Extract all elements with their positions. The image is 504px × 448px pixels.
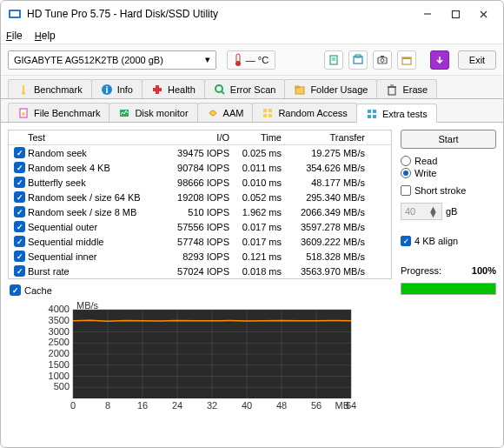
tab-erase[interactable]: Erase (376, 79, 437, 98)
info-icon: i (101, 84, 113, 96)
svg-rect-37 (269, 114, 272, 117)
tab-health[interactable]: Health (142, 79, 205, 98)
chevron-down-icon: ▾ (205, 54, 210, 65)
temperature-value: — °C (246, 55, 269, 65)
cache-label: Cache (24, 285, 52, 296)
extra-tests-icon (366, 108, 378, 120)
table-row[interactable]: Burst rate 57024 IOPS 0.018 ms 3563.970 … (9, 264, 391, 278)
tab-row-2: File BenchmarkDisk monitorAAMRandom Acce… (1, 99, 503, 123)
save-button[interactable] (430, 50, 449, 70)
svg-text:1000: 1000 (49, 371, 70, 381)
toolbar: GIGABYTE AG512K2TB (2000 gB) ▾ — °C Exit (1, 44, 503, 76)
svg-rect-1 (10, 11, 19, 17)
save-screenshot-button[interactable] (373, 50, 392, 70)
side-panel: Start Read Write Short stroke 40▲▼ gB 4 … (401, 130, 496, 440)
svg-point-14 (381, 58, 384, 62)
minimize-button[interactable] (421, 8, 434, 20)
start-button[interactable]: Start (401, 130, 496, 149)
svg-text:3500: 3500 (49, 315, 70, 325)
transfer-chart: 5001000150020002500300035004000081624324… (43, 301, 356, 414)
progress-value: 100% (472, 265, 496, 276)
svg-rect-15 (381, 56, 384, 57)
col-time: Time (233, 132, 285, 143)
tab-extra-tests[interactable]: Extra tests (356, 104, 437, 123)
svg-rect-3 (452, 10, 459, 17)
svg-text:2000: 2000 (49, 348, 70, 358)
tab-random-access[interactable]: Random Access (252, 103, 356, 122)
svg-point-7 (235, 61, 241, 66)
titlebar: HD Tune Pro 5.75 - Hard Disk/SSD Utility (1, 1, 503, 27)
table-row[interactable]: Sequential outer 57556 IOPS 0.017 ms 359… (9, 219, 391, 234)
options-button[interactable] (397, 50, 416, 70)
benchmark-icon (17, 84, 30, 96)
tab-aam[interactable]: AAM (197, 103, 254, 122)
short-stroke-checkbox[interactable] (401, 185, 411, 196)
tab-error-scan[interactable]: Error Scan (204, 79, 286, 98)
tab-info[interactable]: iInfo (91, 79, 143, 98)
table-row[interactable]: Random seek / size 64 KB 19208 IOPS 0.05… (9, 190, 391, 204)
table-row[interactable]: Random seek / size 8 MB 510 IOPS 1.962 m… (9, 204, 391, 219)
app-window: HD Tune Pro 5.75 - Hard Disk/SSD Utility… (0, 0, 504, 448)
svg-point-32 (22, 112, 25, 116)
health-icon (151, 84, 163, 96)
tab-folder-usage[interactable]: Folder Usage (284, 79, 377, 98)
svg-text:i: i (105, 84, 108, 95)
svg-text:2500: 2500 (49, 337, 70, 347)
svg-text:48: 48 (276, 400, 287, 411)
erase-icon (386, 84, 398, 96)
table-row[interactable]: Butterfly seek 98666 IOPS 0.010 ms 48.17… (9, 175, 391, 190)
cache-checkbox[interactable] (10, 284, 21, 296)
short-stroke-value[interactable]: 40▲▼ (401, 203, 442, 220)
menu-help[interactable]: Help (35, 30, 56, 42)
svg-rect-17 (402, 57, 411, 59)
content-area: Test I/O Time Transfer Random seek 39475… (1, 123, 503, 447)
read-radio[interactable] (401, 156, 411, 166)
file-benchmark-icon (17, 107, 30, 119)
svg-rect-38 (368, 110, 371, 113)
svg-text:24: 24 (172, 400, 182, 411)
write-radio[interactable] (401, 168, 411, 178)
svg-rect-35 (269, 109, 272, 112)
col-transfer: Transfer (285, 132, 368, 143)
chart-area: 5001000150020002500300035004000081624324… (8, 301, 392, 414)
svg-text:3000: 3000 (49, 326, 70, 337)
cache-checkbox-row: Cache (8, 284, 392, 296)
col-io: I/O (163, 132, 233, 143)
temperature-display: — °C (227, 50, 275, 70)
svg-text:16: 16 (137, 400, 148, 411)
svg-text:1500: 1500 (49, 359, 70, 370)
svg-text:0: 0 (70, 400, 76, 411)
drive-selected: GIGABYTE AG512K2TB (2000 gB) (14, 55, 163, 65)
exit-button[interactable]: Exit (458, 50, 496, 70)
svg-line-25 (222, 91, 224, 94)
svg-point-18 (22, 91, 25, 95)
align-checkbox[interactable] (401, 236, 411, 246)
svg-text:40: 40 (242, 400, 252, 411)
svg-text:32: 32 (207, 400, 217, 411)
table-header: Test I/O Time Transfer (9, 130, 391, 145)
svg-rect-23 (153, 88, 162, 91)
copy-info-button[interactable] (324, 50, 343, 70)
tab-benchmark[interactable]: Benchmark (8, 79, 92, 98)
error-scan-icon (214, 84, 226, 96)
copy-screenshot-button[interactable] (348, 50, 368, 70)
window-title: HD Tune Pro 5.75 - Hard Disk/SSD Utility (27, 8, 421, 20)
close-button[interactable] (477, 8, 489, 20)
tab-file-benchmark[interactable]: File Benchmark (8, 103, 109, 122)
table-row[interactable]: Random seek 39475 IOPS 0.025 ms 19.275 M… (9, 145, 391, 160)
drive-select[interactable]: GIGABYTE AG512K2TB (2000 gB) ▾ (8, 50, 216, 70)
svg-rect-34 (263, 109, 267, 112)
progress-bar (401, 283, 496, 295)
thermometer-icon (234, 53, 242, 67)
table-row[interactable]: Random seek 4 KB 90784 IOPS 0.011 ms 354… (9, 160, 391, 175)
svg-text:MB/s: MB/s (76, 301, 99, 311)
menu-file[interactable]: File (6, 30, 23, 42)
svg-rect-27 (295, 86, 299, 88)
svg-rect-40 (368, 115, 371, 118)
table-row[interactable]: Sequential inner 8293 IOPS 0.121 ms 518.… (9, 249, 391, 264)
aam-icon (207, 107, 219, 119)
random-access-icon (262, 107, 274, 119)
table-row[interactable]: Sequential middle 57748 IOPS 0.017 ms 36… (9, 234, 391, 249)
tab-disk-monitor[interactable]: Disk monitor (109, 103, 197, 122)
maximize-button[interactable] (449, 8, 461, 20)
